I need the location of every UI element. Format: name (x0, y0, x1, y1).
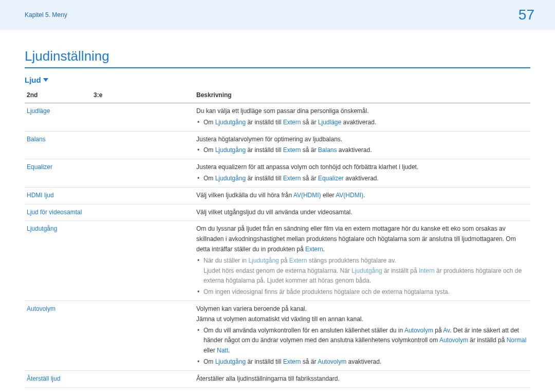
hl: Equalizer (318, 175, 344, 182)
text: . (363, 192, 365, 199)
bullet-list: Om Ljudutgång är inställd till Extern så… (196, 145, 527, 156)
row-desc: Volymen kan variera beroende på kanal. (196, 304, 527, 314)
text: är inställd till (246, 146, 283, 154)
hl: Natt (217, 347, 228, 354)
table-row: Ljudutgång Om du lyssnar på ljudet från … (25, 221, 530, 301)
hl: Autovolym (318, 358, 346, 365)
text: så är (301, 175, 318, 182)
table-row: Equalizer Justera equalizern för att anp… (25, 159, 530, 188)
text: avaktiverad. (344, 175, 379, 182)
bullet-item: Om Ljudutgång är inställd till Extern så… (196, 357, 527, 367)
hl: Extern (283, 146, 301, 154)
text: stängs produktens högtalare av. (307, 257, 396, 264)
row-desc: Välj vilken ljudkälla du vill höra från … (196, 192, 365, 199)
table-row: Autovolym Volymen kan variera beroende p… (25, 301, 530, 370)
hl: Intern (419, 267, 435, 274)
row-label-ljudutgang: Ljudutgång (27, 225, 57, 232)
text: Om du lyssnar på ljudet från en sändning… (196, 225, 516, 253)
text: avaktiverad. (337, 146, 372, 154)
text: Om du vill använda volymkontrollen för e… (203, 327, 404, 334)
triangle-down-icon (43, 78, 48, 82)
hl: Autovolym (439, 337, 468, 344)
chapter-label: Kapitel 5. Meny (25, 11, 67, 18)
section-subtitle: Ljud (25, 76, 48, 84)
text: Om (203, 119, 215, 126)
hl: Ljudutgång (248, 257, 279, 264)
text: är inställd till (246, 358, 283, 365)
text: så är (301, 119, 318, 126)
hl: Ljudutgång (215, 175, 246, 182)
row-desc: Återställer alla ljudinställningarna til… (196, 375, 340, 382)
hl: Extern (283, 358, 301, 365)
bullet-item: Om Ljudutgång är inställd till Extern så… (196, 145, 527, 156)
hl: Ljudutgång (215, 146, 246, 154)
row-desc: Välj vilket utgångsljud du vill använda … (196, 209, 353, 216)
row-desc: Justera equalizern för att anpassa volym… (196, 162, 527, 173)
header-bar: Kapitel 5. Meny 57 (0, 0, 555, 30)
text: så är (301, 146, 318, 154)
row-label-aterstall: Återställ ljud (27, 375, 60, 382)
text: Om (203, 358, 215, 365)
col-3e-header: 3:e (91, 88, 194, 103)
table-row: Återställ ljud Återställer alla ljudinst… (25, 370, 530, 387)
table-row: HDMI ljud Välj vilken ljudkälla du vill … (25, 187, 530, 204)
hl: Ljudläge (318, 119, 341, 126)
row-desc: Om du lyssnar på ljudet från en sändning… (196, 224, 527, 254)
table-row: Ljudläge Du kan välja ett ljudläge som p… (25, 103, 530, 132)
text: eller (203, 347, 217, 354)
text: Välj vilken ljudkälla du vill höra från (196, 192, 293, 199)
row-desc: Du kan välja ett ljudläge som passar din… (196, 106, 527, 117)
hl: Extern (305, 246, 323, 253)
text: Om (203, 146, 215, 154)
bullet-item: Om ingen videosignal finns är både produ… (196, 287, 527, 297)
hl: Ljudutgång (215, 358, 246, 365)
hl: Av (443, 327, 450, 334)
page-title: Ljudinställning (25, 48, 530, 68)
row-label-ljudlage: Ljudläge (27, 107, 50, 115)
settings-table: 2nd 3:e Beskrivning Ljudläge Du kan välj… (25, 88, 530, 388)
text: Ljudet hörs endast genom de externa högt… (203, 267, 351, 274)
row-label-equalizer: Equalizer (27, 163, 52, 171)
text: avaktiverad. (341, 119, 376, 126)
row-label-videosamtal: Ljud för videosamtal (27, 209, 82, 216)
bullet-list: Om Ljudutgång är inställd till Extern så… (196, 174, 527, 184)
text: på (279, 257, 289, 264)
text: Om ingen videosignal finns är både produ… (203, 288, 450, 295)
content-area: Ljudinställning Ljud 2nd 3:e Beskrivning… (0, 30, 555, 388)
text: . (323, 246, 325, 253)
hl: Balans (318, 146, 337, 154)
bullet-item: Om du vill använda volymkontrollen för e… (196, 326, 527, 356)
table-header-row: 2nd 3:e Beskrivning (25, 88, 530, 103)
hl: Autovolym (404, 327, 433, 334)
hl: Extern (283, 119, 301, 126)
subtitle-text: Ljud (25, 76, 41, 84)
bullet-list: Om du vill använda volymkontrollen för e… (196, 326, 527, 367)
text: på (433, 327, 443, 334)
text: Om (203, 175, 215, 182)
document-page: Kapitel 5. Meny 57 Ljudinställning Ljud … (0, 0, 555, 392)
row-label-hdmi: HDMI ljud (27, 192, 54, 199)
table-row: Ljud för videosamtal Välj vilket utgångs… (25, 204, 530, 221)
text: är inställt på (382, 267, 419, 274)
hl: AV(HDMI) (293, 192, 321, 199)
hl: Extern (283, 175, 301, 182)
col-2nd-header: 2nd (25, 88, 91, 103)
row-desc: Jämna ut volymen automatiskt vid växling… (196, 314, 527, 325)
page-number: 57 (519, 7, 534, 23)
hl: Normal (507, 337, 527, 344)
text: är inställd till (246, 175, 283, 182)
bullet-item: När du ställer in Ljudutgång på Extern s… (196, 256, 527, 286)
row-label-autovolym: Autovolym (27, 305, 55, 312)
row-desc: Justera högtalarvolymen för optimering a… (196, 135, 527, 145)
hl: Ljudutgång (351, 267, 382, 274)
text: avaktiverad. (346, 358, 381, 365)
hl: Extern (289, 257, 307, 264)
svg-marker-0 (43, 78, 48, 82)
row-label-balans: Balans (27, 136, 46, 143)
text: eller (321, 192, 336, 199)
text: När du ställer in (203, 257, 248, 264)
hl: AV(HDMI) (336, 192, 363, 199)
text: . (228, 347, 230, 354)
text: så är (301, 358, 318, 365)
text: är inställd till (246, 119, 283, 126)
